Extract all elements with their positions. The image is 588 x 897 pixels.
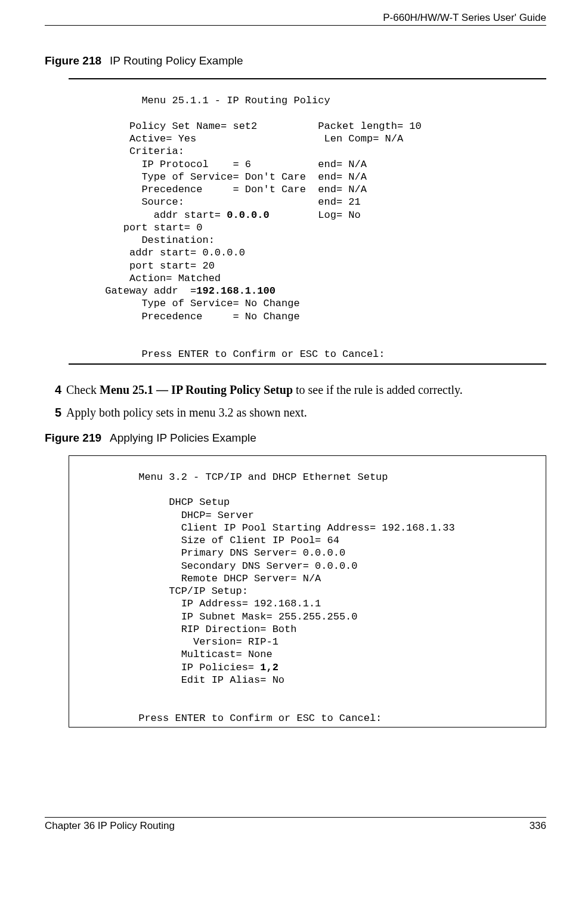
edit-alias-label: Edit IP Alias=	[181, 674, 267, 686]
figure-218-label: Figure 218	[45, 54, 101, 67]
header-guide-title: P-660H/HW/W-T Series User' Guide	[45, 12, 546, 24]
ip-addr-label: IP Address=	[181, 598, 248, 609]
figure-218-caption: Figure 218IP Routing Policy Example	[45, 54, 546, 67]
source-label: Source:	[141, 196, 184, 208]
ip-protocol-label: IP Protocol =	[141, 159, 239, 170]
step-list: 4 Check Menu 25.1 — IP Routing Policy Se…	[45, 381, 546, 421]
tos-value: Don't Care	[245, 171, 306, 183]
multicast-value: None	[248, 649, 273, 660]
step-5-num: 5	[45, 404, 61, 421]
active-value: Yes	[178, 133, 197, 144]
figure-219-caption: Figure 219Applying IP Policies Example	[45, 431, 546, 445]
criteria-label: Criteria:	[129, 146, 184, 157]
figure-219-title: Applying IP Policies Example	[110, 431, 256, 444]
footer-rule	[45, 817, 546, 818]
tcpip-setup-label: TCP/IP Setup:	[169, 585, 248, 597]
prec-value: Don't Care	[245, 184, 306, 195]
subnet-value: 255.255.255.0	[278, 611, 358, 622]
tos-end-value: N/A	[348, 171, 367, 183]
step-4-bold: Menu 25.1 — IP Routing Policy Setup	[100, 383, 293, 396]
action-value: Matched	[178, 273, 221, 284]
client-ip-label: Client IP Pool Starting Address=	[181, 522, 376, 534]
log-value: No	[348, 209, 360, 221]
packet-length-label: Packet length=	[318, 121, 403, 132]
ip-protocol-end-label: end=	[318, 159, 342, 170]
action-tos-value: No Change	[245, 298, 300, 309]
version-label: Version=	[193, 636, 242, 648]
action-prec-label: Precedence =	[141, 311, 239, 322]
ip-protocol-value: 6	[245, 159, 251, 170]
len-comp-value: N/A	[385, 133, 404, 144]
active-label: Active=	[129, 133, 172, 144]
policy-set-name-value: set2	[233, 121, 257, 132]
step-4-num: 4	[45, 381, 61, 398]
subnet-label: IP Subnet Mask=	[181, 611, 273, 622]
step-4-pre: Check	[66, 383, 100, 396]
packet-length-value: 10	[409, 121, 421, 132]
destination-label: Destination:	[141, 235, 214, 246]
prec-end-label: end=	[318, 184, 342, 195]
action-tos-label: Type of Service=	[141, 298, 239, 309]
version-value: RIP-1	[248, 636, 278, 648]
step-4: 4 Check Menu 25.1 — IP Routing Policy Se…	[45, 381, 546, 398]
footer-page: 336	[530, 820, 546, 832]
dst-addr-start-label: addr start=	[129, 247, 196, 258]
figure-219-terminal: Menu 3.2 - TCP/IP and DHCP Ethernet Setu…	[69, 455, 546, 728]
header-rule	[45, 25, 546, 26]
dhcp-label: DHCP=	[181, 510, 212, 521]
multicast-label: Multicast=	[181, 649, 242, 660]
footer: Chapter 36 IP Policy Routing 336	[45, 820, 546, 832]
menu32-title: Menu 3.2 - TCP/IP and DHCP Ethernet Setu…	[138, 471, 388, 483]
pri-dns-label: Primary DNS Server=	[181, 547, 297, 559]
source-end-value: 21	[348, 196, 360, 208]
src-addr-start-value: 0.0.0.0	[227, 209, 269, 221]
action-label: Action=	[129, 273, 172, 284]
remote-dhcp-value: N/A	[303, 573, 321, 584]
menu-title: Menu 25.1.1 - IP Routing Policy	[141, 95, 330, 106]
sec-dns-label: Secondary DNS Server=	[181, 560, 309, 572]
ip-policies-label: IP Policies=	[181, 662, 254, 673]
gateway-addr-value: 192.168.1.100	[196, 285, 276, 297]
figure-218-terminal: Menu 25.1.1 - IP Routing Policy Policy S…	[69, 78, 546, 365]
ip-addr-value: 192.168.1.1	[254, 598, 321, 609]
edit-alias-value: No	[273, 674, 284, 686]
step-5: 5 Apply both policy sets in menu 3.2 as …	[45, 404, 546, 421]
action-prec-value: No Change	[245, 311, 300, 322]
source-end-label: end=	[318, 196, 342, 208]
tos-end-label: end=	[318, 171, 342, 183]
src-port-start-value: 0	[196, 222, 202, 233]
rip-dir-value: Both	[273, 624, 297, 635]
gateway-addr-label: Gateway addr =	[105, 285, 196, 297]
prec-end-value: N/A	[348, 184, 367, 195]
ip-policies-value: 1,2	[260, 662, 278, 673]
sec-dns-value: 0.0.0.0	[315, 560, 357, 572]
dhcp-setup-label: DHCP Setup	[169, 497, 230, 508]
fig219-prompt: Press ENTER to Confirm or ESC to Cancel:	[138, 713, 382, 724]
dhcp-value: Server	[218, 510, 254, 521]
prec-label: Precedence =	[141, 184, 239, 195]
ip-protocol-end-value: N/A	[348, 159, 367, 170]
step-4-text: Check Menu 25.1 — IP Routing Policy Setu…	[66, 381, 546, 398]
fig218-prompt: Press ENTER to Confirm or ESC to Cancel:	[141, 349, 385, 360]
step-5-text: Apply both policy sets in menu 3.2 as sh…	[66, 404, 546, 421]
client-ip-value: 192.168.1.33	[382, 522, 454, 534]
step-4-post: to see if the rule is added correctly.	[293, 383, 463, 396]
figure-218-title: IP Routing Policy Example	[110, 54, 243, 67]
tos-label: Type of Service=	[141, 171, 239, 183]
pool-size-value: 64	[327, 535, 339, 546]
pri-dns-value: 0.0.0.0	[303, 547, 345, 559]
src-addr-start-label: addr start=	[154, 209, 221, 221]
policy-set-name-label: Policy Set Name=	[129, 121, 227, 132]
remote-dhcp-label: Remote DHCP Server=	[181, 573, 297, 584]
log-label: Log=	[318, 209, 342, 221]
pool-size-label: Size of Client IP Pool=	[181, 535, 321, 546]
dst-port-start-value: 20	[202, 260, 214, 272]
footer-chapter: Chapter 36 IP Policy Routing	[45, 820, 175, 832]
figure-219-label: Figure 219	[45, 431, 101, 444]
rip-dir-label: RIP Direction=	[181, 624, 267, 635]
dst-port-start-label: port start=	[129, 260, 196, 272]
dst-addr-start-value: 0.0.0.0	[202, 247, 245, 258]
len-comp-label: Len Comp=	[324, 133, 379, 144]
src-port-start-label: port start=	[123, 222, 190, 233]
